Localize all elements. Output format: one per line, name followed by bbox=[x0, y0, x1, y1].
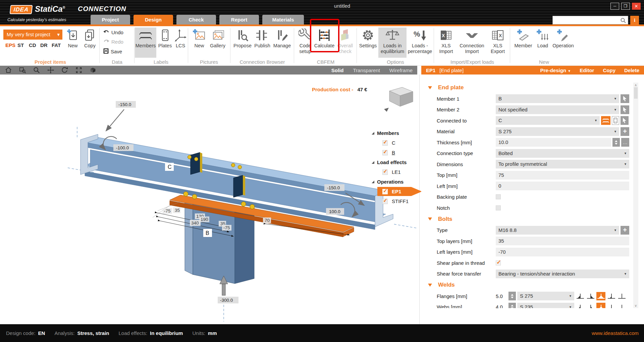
scroll-thumb[interactable] bbox=[634, 87, 638, 99]
weld-type-both-selected-icon[interactable] bbox=[596, 292, 605, 300]
expander-icon[interactable] bbox=[372, 132, 374, 135]
weld-type-partial-icon[interactable] bbox=[607, 292, 616, 300]
scroll-down-icon[interactable]: ∨ bbox=[633, 304, 638, 307]
backing-plate-checkbox[interactable] bbox=[496, 194, 501, 199]
notch-checkbox[interactable] bbox=[496, 205, 501, 210]
gallery-button[interactable]: Gallery bbox=[208, 28, 227, 49]
member2-dropdown[interactable]: Not specified bbox=[496, 105, 619, 114]
panel-scrollbar[interactable]: ∧ ∨ bbox=[633, 83, 638, 308]
weld-type-both-selected-icon[interactable] bbox=[596, 303, 605, 308]
tree-item-stiff1[interactable]: STIFF1 bbox=[369, 196, 422, 206]
copy-operation-button[interactable]: Copy bbox=[603, 67, 615, 73]
undo-button[interactable]: Undo bbox=[103, 30, 123, 35]
collapse-icon[interactable] bbox=[428, 217, 432, 221]
tree-item-ep1-selected[interactable]: EP1 bbox=[369, 187, 422, 196]
xls-export-button[interactable]: X XLS Export bbox=[487, 28, 508, 54]
tab-materials[interactable]: Materials bbox=[262, 15, 304, 25]
lcs-labels-button[interactable]: LCS bbox=[174, 28, 187, 49]
zoom-fit-icon[interactable] bbox=[73, 66, 85, 74]
mode-solid[interactable]: Solid bbox=[331, 67, 344, 73]
section-welds[interactable]: Welds bbox=[421, 279, 636, 291]
tab-project[interactable]: Project bbox=[91, 15, 130, 25]
delete-operation-button[interactable]: Delete bbox=[624, 67, 639, 73]
pan-icon[interactable] bbox=[45, 66, 56, 74]
beam-face-button[interactable] bbox=[601, 116, 610, 125]
manage-button[interactable]: Manage bbox=[272, 28, 292, 49]
flanges-material-dropdown[interactable]: S 275 bbox=[517, 292, 574, 300]
xls-import-button[interactable]: X XLS Import bbox=[436, 28, 457, 54]
connection-type-dropdown[interactable]: Bolted bbox=[496, 149, 629, 158]
website-link[interactable]: www.ideastatica.com bbox=[592, 330, 639, 336]
tab-check[interactable]: Check bbox=[176, 15, 216, 25]
checkbox-checked-icon[interactable] bbox=[382, 150, 388, 155]
top-layers-input[interactable]: 35 bbox=[496, 237, 629, 245]
pick-member1-button[interactable] bbox=[621, 94, 629, 103]
checkbox-checked-icon[interactable] bbox=[382, 199, 388, 204]
member1-dropdown[interactable]: B bbox=[496, 94, 619, 103]
plates-labels-button[interactable]: Plates bbox=[157, 28, 173, 49]
settings-button[interactable]: Settings bbox=[358, 28, 378, 49]
tree-group-load-effects[interactable]: Load effects bbox=[369, 157, 422, 167]
tree-item-le1[interactable]: LE1 bbox=[369, 167, 422, 177]
tree-group-members[interactable]: Members bbox=[369, 128, 422, 138]
publish-button[interactable]: Publish bbox=[253, 28, 272, 49]
project-select[interactable]: My very first project bbox=[3, 30, 62, 40]
code-cd[interactable]: CD bbox=[29, 42, 36, 48]
search-input[interactable] bbox=[552, 16, 628, 25]
connected-to-dropdown[interactable]: C bbox=[496, 116, 600, 125]
shear-plane-checkbox[interactable] bbox=[496, 260, 501, 265]
section-end-plate[interactable]: End plate bbox=[421, 82, 636, 93]
copy-project-button[interactable]: Copy bbox=[82, 28, 98, 49]
left-input[interactable]: 0 bbox=[496, 182, 629, 190]
pick-member2-button[interactable] bbox=[621, 105, 629, 114]
pick-connected-button[interactable] bbox=[621, 116, 629, 125]
scroll-up-icon[interactable]: ∧ bbox=[633, 83, 638, 87]
section-bolts[interactable]: Bolts bbox=[421, 213, 636, 225]
maximize-button[interactable]: ❒ bbox=[621, 3, 630, 10]
close-button[interactable]: ✕ bbox=[632, 3, 641, 10]
flanges-stepper[interactable] bbox=[508, 292, 516, 300]
weld-type-none-icon[interactable] bbox=[617, 292, 626, 300]
flanges-value[interactable]: 5.0 bbox=[496, 293, 507, 299]
home-view-icon[interactable] bbox=[3, 66, 14, 74]
code-st[interactable]: ST bbox=[17, 42, 24, 48]
weld-type-left-icon[interactable] bbox=[576, 303, 585, 308]
mode-transparent[interactable]: Transparent bbox=[353, 67, 380, 73]
thickness-input[interactable]: 10.0 bbox=[496, 138, 611, 147]
isometric-view-icon[interactable] bbox=[87, 66, 99, 74]
zoom-icon[interactable] bbox=[31, 66, 42, 74]
bolt-type-dropdown[interactable]: M16 8.8 bbox=[496, 226, 619, 235]
zoom-window-icon[interactable] bbox=[17, 66, 28, 74]
weld-type-right-icon[interactable] bbox=[586, 303, 595, 308]
rotate-icon[interactable] bbox=[59, 66, 70, 74]
left-layers-input[interactable]: -70 bbox=[496, 248, 629, 256]
code-dr[interactable]: DR bbox=[40, 42, 48, 48]
editor-button[interactable]: Editor bbox=[580, 67, 594, 73]
collapse-icon[interactable] bbox=[428, 284, 432, 287]
checkbox-checked-icon[interactable] bbox=[382, 169, 388, 175]
code-eps[interactable]: EPS bbox=[5, 42, 15, 48]
minimize-button[interactable]: ─ bbox=[610, 3, 619, 10]
tab-design[interactable]: Design bbox=[133, 15, 173, 25]
new-load-button[interactable]: Load bbox=[535, 28, 551, 49]
predesign-button[interactable]: Pre-design ▼ bbox=[540, 67, 571, 73]
webs-value[interactable]: 4.0 bbox=[496, 304, 507, 308]
loads-in-equilibrium-button[interactable]: Loads in equilibrium bbox=[378, 28, 407, 58]
weld-type-right-icon[interactable] bbox=[586, 292, 595, 300]
mode-wireframe[interactable]: Wireframe bbox=[389, 67, 413, 73]
shear-transfer-dropdown[interactable]: Bearing - tension/shear interaction bbox=[496, 270, 629, 278]
webs-stepper[interactable] bbox=[508, 303, 516, 308]
thickness-more-button[interactable]: ... bbox=[621, 138, 629, 147]
new-operation-button[interactable]: Operation bbox=[551, 28, 575, 49]
collapse-icon[interactable] bbox=[428, 86, 432, 89]
propose-button[interactable]: Propose bbox=[233, 28, 252, 49]
tree-item-c[interactable]: C bbox=[369, 138, 422, 148]
code-fat[interactable]: FAT bbox=[52, 42, 61, 48]
add-material-button[interactable]: + bbox=[621, 127, 629, 136]
new-member-button[interactable]: Member bbox=[513, 28, 534, 49]
info-button[interactable]: i bbox=[630, 16, 639, 25]
3d-viewport[interactable]: -75 35 130 190 340 35 -75 70 C B -150.0 … bbox=[50, 75, 419, 324]
plate-face-button[interactable] bbox=[612, 116, 619, 125]
webs-material-dropdown[interactable]: S 235 bbox=[517, 303, 574, 308]
redo-button[interactable]: Redo bbox=[103, 39, 123, 45]
